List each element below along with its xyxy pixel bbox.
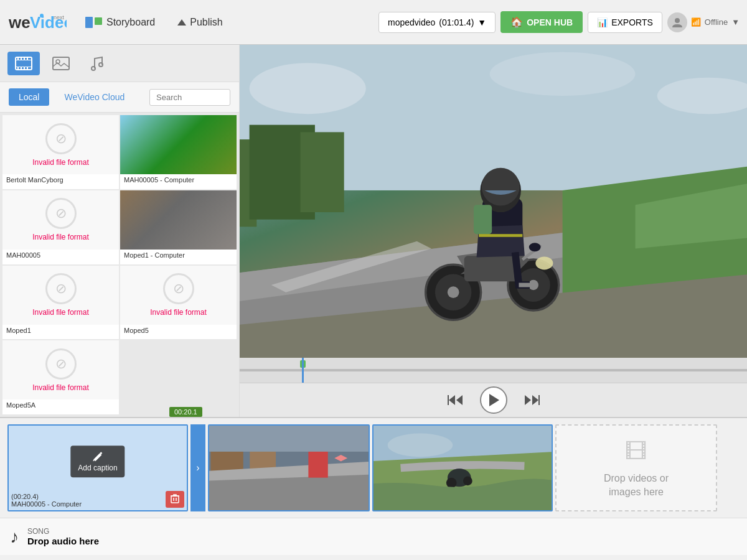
drop-zone[interactable]: 🎞 Drop videos or images here	[555, 424, 717, 511]
media-grid: ⊘ Invalid file format Bertolt ManCyborg …	[0, 113, 239, 417]
add-caption-label: Add caption	[78, 464, 117, 472]
media-thumb-invalid: ⊘ Invalid file format	[2, 190, 119, 250]
forward-button[interactable]	[520, 388, 545, 413]
svg-rect-16	[53, 57, 69, 70]
svg-point-59	[463, 477, 472, 486]
image-icon	[52, 57, 70, 70]
publish-label: Publish	[190, 17, 222, 28]
list-item[interactable]: ⊘ Invalid file format MAH00005	[2, 190, 119, 264]
status-label: Offline	[705, 17, 728, 27]
film-icon	[15, 57, 32, 70]
timeline-clip-main[interactable]: Add caption (00:20.4) MAH00005 - Compute…	[7, 424, 188, 511]
video-scene	[240, 45, 747, 358]
music-icon	[90, 55, 103, 72]
logo-svg: we Video next	[7, 11, 67, 34]
svg-rect-12	[17, 67, 19, 70]
media-item-name: Moped1 - Computer	[120, 250, 237, 261]
app-logo: we Video next	[7, 11, 67, 34]
svg-rect-8	[17, 57, 19, 60]
media-thumb-invalid: ⊘ Invalid file format	[120, 266, 237, 325]
add-caption-button[interactable]: Add caption	[70, 446, 125, 477]
clip-name: MAH00005 - Computer	[11, 500, 82, 508]
list-item[interactable]: ⊘ Invalid file format Moped5	[120, 266, 237, 340]
list-item[interactable]: ⊘ Invalid file format Moped5A	[2, 340, 119, 414]
play-button[interactable]	[480, 386, 507, 414]
audio-track: ♪ SONG Drop audio here	[0, 518, 747, 555]
scrubber-track	[240, 369, 747, 371]
storyboard-button[interactable]: Storyboard	[77, 11, 164, 34]
pencil-icon	[92, 450, 103, 462]
left-panel: Local WeVideo Cloud ⊘ Invalid file forma…	[0, 45, 240, 417]
scrubber-playhead	[302, 358, 304, 383]
media-thumb-street	[120, 190, 237, 250]
publish-button[interactable]: Publish	[169, 12, 231, 33]
svg-rect-13	[21, 67, 22, 70]
video-scrubber[interactable]	[240, 358, 747, 383]
exports-icon: 📊	[597, 17, 608, 27]
tab-video[interactable]	[7, 52, 40, 75]
list-item[interactable]: ⊘ Invalid file format Bertolt ManCyborg	[2, 115, 119, 189]
svg-point-40	[535, 256, 553, 269]
list-item[interactable]: Moped1 - Computer	[120, 190, 237, 264]
forward-icon	[525, 394, 540, 406]
clip-info: (00:20.4) MAH00005 - Computer	[11, 493, 82, 508]
list-item[interactable]: ⊘ Invalid file format Moped1	[2, 266, 119, 340]
open-hub-button[interactable]: 🏠 OPEN HUB	[500, 11, 583, 33]
drop-zone-text: 🎞 Drop videos or images here	[604, 436, 669, 499]
invalid-label: Invalid file format	[32, 383, 89, 392]
local-tab[interactable]: Local	[9, 88, 49, 106]
media-item-name: Moped5	[120, 325, 237, 336]
svg-marker-44	[532, 395, 538, 405]
tab-audio[interactable]	[82, 50, 111, 77]
cloud-tab[interactable]: WeVideo Cloud	[54, 88, 134, 106]
svg-point-18	[92, 67, 95, 70]
svg-rect-7	[16, 67, 32, 67]
svg-point-22	[490, 52, 636, 96]
list-item[interactable]: MAH00005 - Computer	[120, 115, 237, 189]
music-note-icon: ♪	[10, 527, 19, 547]
rewind-icon	[448, 394, 463, 406]
clip-timestamp: 00:20.1	[169, 407, 202, 417]
svg-marker-45	[525, 395, 531, 405]
media-item-name: MAH00005	[2, 250, 119, 261]
svg-point-4	[675, 18, 680, 23]
timeline-clip-divider: ›	[190, 424, 205, 511]
audio-info: SONG Drop audio here	[27, 527, 99, 546]
svg-text:next: next	[54, 14, 65, 21]
delete-clip-button[interactable]	[166, 491, 184, 508]
house-icon: 🏠	[510, 16, 523, 28]
invalid-label: Invalid file format	[32, 233, 89, 241]
exports-label: EXPORTS	[611, 17, 653, 27]
project-selector[interactable]: mopedvideo (01:01.4) ▼	[378, 12, 496, 33]
rewind-button[interactable]	[443, 388, 467, 413]
right-panel	[240, 45, 747, 417]
svg-marker-42	[456, 395, 463, 405]
media-item-name: Bertolt ManCyborg	[2, 174, 119, 185]
media-type-tabs	[0, 45, 239, 82]
svg-rect-47	[171, 496, 179, 503]
svg-point-21	[250, 63, 366, 114]
avatar	[667, 12, 687, 32]
svg-rect-11	[27, 57, 28, 60]
publish-icon	[177, 19, 186, 26]
svg-text:we: we	[8, 13, 31, 32]
svg-point-29	[448, 286, 459, 298]
svg-point-39	[529, 243, 541, 251]
svg-rect-15	[27, 67, 28, 70]
tab-image[interactable]	[45, 52, 77, 75]
video-controls	[240, 383, 747, 417]
signal-icon: 📶	[691, 17, 701, 27]
svg-point-36	[482, 168, 520, 206]
svg-point-56	[388, 434, 453, 457]
exports-button[interactable]: 📊 EXPORTS	[588, 12, 662, 33]
timeline-clip-aerial[interactable]	[372, 424, 553, 511]
audio-category: SONG	[27, 527, 99, 536]
user-area: 📶 Offline ▼	[667, 12, 740, 32]
timeline-clip-street[interactable]	[208, 424, 370, 511]
invalid-label: Invalid file format	[150, 308, 207, 317]
svg-rect-14	[24, 67, 25, 70]
trash-icon	[171, 493, 179, 503]
search-input[interactable]	[149, 89, 230, 106]
project-duration: (01:01.4)	[439, 17, 474, 27]
media-thumb-aerial	[120, 115, 237, 174]
